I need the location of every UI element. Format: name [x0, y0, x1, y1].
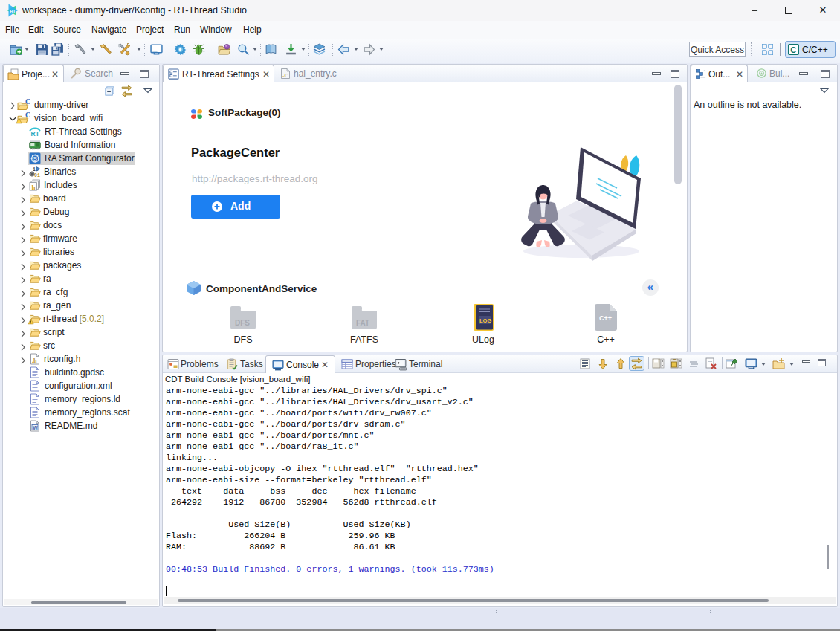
svg-text:C++: C++ — [599, 314, 612, 322]
svg-text:C: C — [790, 45, 796, 54]
svg-text:LOG: LOG — [479, 317, 491, 324]
svg-text:RT: RT — [10, 9, 16, 13]
svg-text:FAT: FAT — [356, 319, 369, 327]
svg-text:DFS: DFS — [235, 319, 250, 327]
